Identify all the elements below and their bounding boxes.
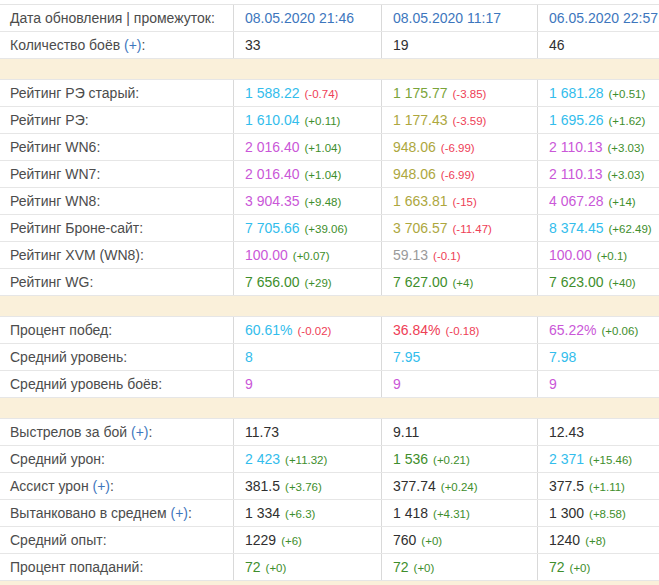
value-cell-period-1: 33	[233, 32, 381, 58]
section-separator	[0, 398, 659, 419]
cell-value: 7.95	[393, 349, 420, 365]
cell-value: 59.13	[393, 247, 428, 263]
cell-value: 2 110.13	[549, 139, 602, 155]
cell-value: 3 706.57	[393, 220, 448, 236]
cell-delta: (+0.1)	[597, 250, 627, 262]
row-label-text: Ассист урон	[10, 478, 93, 494]
value-cell-period-2: 948.06(-6.99)	[381, 134, 537, 160]
cell-delta: (+1.11)	[589, 481, 625, 493]
cell-delta: (+4.31)	[433, 508, 470, 520]
expand-plus-link[interactable]: (+)	[124, 37, 142, 53]
cell-value: 2 423	[245, 451, 280, 467]
row-label: Средний урон:	[0, 446, 233, 472]
cell-value: 9	[549, 376, 557, 392]
cell-value: 1 536	[393, 451, 428, 467]
cell-value: 760	[393, 532, 416, 548]
cell-value[interactable]: 06.05.2020 22:57	[549, 10, 658, 26]
cell-value: 72	[549, 559, 565, 575]
cell-delta: (-11.47)	[453, 223, 492, 235]
value-cell-period-2: 377.74(+0.24)	[381, 473, 537, 499]
cell-value[interactable]: 08.05.2020 21:46	[245, 10, 354, 26]
value-cell-period-2: 3 706.57(-11.47)	[381, 215, 537, 241]
cell-delta: (+15.46)	[589, 454, 632, 466]
cell-value: 7.98	[549, 349, 576, 365]
cell-delta: (+0)	[414, 562, 435, 574]
cell-delta: (+1.04)	[305, 169, 342, 181]
row-label: Выстрелов за бой (+):	[0, 419, 233, 445]
cell-delta: (-0.02)	[297, 325, 331, 337]
value-cell-period-1: 1229(+6)	[233, 527, 381, 553]
row-label: Количество боёв (+):	[0, 32, 233, 58]
cell-value: 9	[245, 376, 253, 392]
value-cell-period-3: 65.22%(+0.06)	[537, 317, 659, 343]
cell-delta: (+0.51)	[609, 88, 646, 100]
value-cell-period-2: 08.05.2020 11:17	[381, 5, 537, 31]
cell-value: 1 300	[549, 505, 584, 521]
value-cell-period-3: 100.00(+0.1)	[537, 242, 659, 268]
value-cell-period-2: 36.84%(-0.18)	[381, 317, 537, 343]
row-label-text: Рейтинг XVM (WN8):	[10, 247, 144, 263]
table-row: Вытанковано в среднем (+): 1 334(+6.3) 1…	[0, 500, 659, 527]
table-row: Рейтинг WN6: 2 016.40(+1.04) 948.06(-6.9…	[0, 134, 659, 161]
cell-value: 8	[245, 349, 253, 365]
row-label-text: Рейтинг РЭ старый:	[10, 85, 139, 101]
value-cell-period-2: 1 175.77(-3.85)	[381, 80, 537, 106]
cell-value: 2 016.40	[245, 139, 300, 155]
expand-plus-link[interactable]: (+)	[131, 424, 149, 440]
row-label: Рейтинг WN8:	[0, 188, 233, 214]
cell-delta: (+8)	[585, 535, 606, 547]
cell-value: 1 177.43	[393, 112, 448, 128]
cell-delta: (+3.76)	[285, 481, 322, 493]
cell-value: 33	[245, 37, 261, 53]
cell-delta: (-15)	[453, 196, 477, 208]
table-row: Средний урон: 2 423(+11.32) 1 536(+0.21)…	[0, 446, 659, 473]
row-label-text: Процент попаданий:	[10, 559, 143, 575]
cell-delta: (-6.99)	[441, 169, 475, 181]
cell-value: 3 904.35	[245, 193, 300, 209]
table-row: Средний уровень: 8 7.95 7.98	[0, 344, 659, 371]
row-label: Рейтинг WN6:	[0, 134, 233, 160]
cell-value: 100.00	[549, 247, 592, 263]
value-cell-period-1: 11.73	[233, 419, 381, 445]
value-cell-period-3: 1 681.28(+0.51)	[537, 80, 659, 106]
cell-delta: (-3.59)	[453, 115, 487, 127]
row-label: Процент попаданий:	[0, 554, 233, 580]
value-cell-period-3: 2 110.13(+3.03)	[537, 161, 659, 187]
section-separator	[0, 581, 659, 585]
row-label-text: Рейтинг WN7:	[10, 166, 100, 182]
cell-value: 19	[393, 37, 409, 53]
cell-delta: (+4)	[453, 277, 474, 289]
row-label: Рейтинг РЭ:	[0, 107, 233, 133]
cell-delta: (-0.74)	[305, 88, 339, 100]
value-cell-period-1: 60.61%(-0.02)	[233, 317, 381, 343]
cell-delta: (-0.1)	[433, 250, 460, 262]
value-cell-period-3: 72(+0)	[537, 554, 659, 580]
cell-delta: (+29)	[305, 277, 332, 289]
row-label-text: Средний урон:	[10, 451, 105, 467]
row-label-colon: :	[110, 478, 114, 494]
cell-value: 1229	[245, 532, 276, 548]
cell-value[interactable]: 08.05.2020 11:17	[393, 10, 501, 26]
row-label-text: Процент побед:	[10, 322, 112, 338]
cell-value: 8 374.45	[549, 220, 604, 236]
cell-value: 1 663.81	[393, 193, 448, 209]
value-cell-period-3: 4 067.28(+14)	[537, 188, 659, 214]
row-label-text: Рейтинг WN8:	[10, 193, 100, 209]
table-row: Выстрелов за бой (+): 11.73 9.11 12.43	[0, 419, 659, 446]
cell-value: 1 588.22	[245, 85, 300, 101]
cell-value: 46	[549, 37, 565, 53]
cell-delta: (+0.06)	[601, 325, 638, 337]
row-label-text: Средний уровень:	[10, 349, 127, 365]
cell-value: 1 418	[393, 505, 428, 521]
expand-plus-link[interactable]: (+)	[93, 478, 111, 494]
value-cell-period-2: 59.13(-0.1)	[381, 242, 537, 268]
cell-delta: (+0)	[570, 562, 591, 574]
cell-value: 72	[245, 559, 261, 575]
table-row: Количество боёв (+): 33 19 46	[0, 32, 659, 59]
cell-delta: (+14)	[609, 196, 636, 208]
value-cell-period-3: 7.98	[537, 344, 659, 370]
value-cell-period-1: 08.05.2020 21:46	[233, 5, 381, 31]
value-cell-period-2: 1 536(+0.21)	[381, 446, 537, 472]
cell-value: 377.5	[549, 478, 584, 494]
expand-plus-link[interactable]: (+)	[171, 505, 189, 521]
